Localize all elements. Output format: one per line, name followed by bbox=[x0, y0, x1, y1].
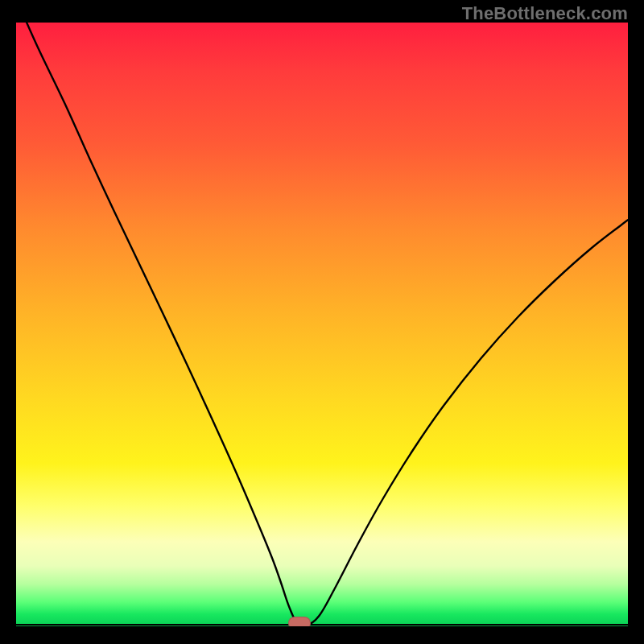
chart-container: TheBottleneck.com bbox=[0, 0, 644, 644]
bottleneck-curve bbox=[16, 23, 628, 626]
curve-svg bbox=[16, 23, 628, 626]
optimum-marker-icon bbox=[288, 617, 311, 626]
watermark-text: TheBottleneck.com bbox=[462, 3, 628, 24]
plot-area bbox=[16, 23, 628, 626]
plot-frame bbox=[8, 23, 636, 636]
